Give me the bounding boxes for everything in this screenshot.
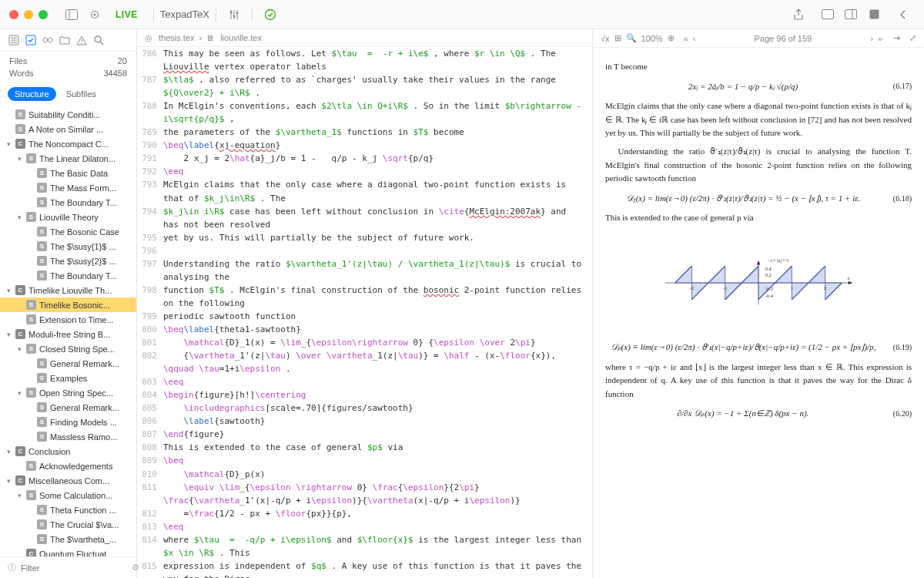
typeset-success-icon[interactable] [263, 8, 277, 22]
layout-split-icon[interactable] [844, 8, 858, 22]
outline-item[interactable]: SThe $\susy{1}$ ... [0, 239, 136, 254]
outline-item[interactable]: STimelike Bosonic... [0, 297, 136, 312]
engine-label[interactable]: TexpadTeX [160, 8, 209, 20]
sidebar-filter: ⓕ ⚙ [0, 556, 136, 578]
svg-line-23 [100, 42, 103, 45]
nav-last-icon[interactable]: » [878, 34, 882, 43]
nav-first-icon[interactable]: « [684, 34, 688, 43]
infinity-icon[interactable] [42, 34, 54, 46]
outline-item[interactable]: SExamples [0, 371, 136, 385]
equation: ∂/∂x 𝒟ₚ(x) = −1 + Σ(n∈ℤ) δ(px − n). [605, 407, 881, 421]
outline-item[interactable]: SThe Boundary T... [0, 268, 136, 283]
svg-point-7 [230, 11, 233, 13]
divider [153, 8, 154, 22]
outline-item[interactable]: ▾CMiscellaneous Com... [0, 473, 136, 488]
share-icon[interactable] [792, 8, 805, 22]
outline-item[interactable]: ▾CConclusion [0, 444, 136, 459]
editor-pane: ◎ thesis.tex › 🗎 liouville.tex 786This m… [137, 29, 593, 578]
outline-item[interactable]: ▾CThe Noncompact C... [0, 136, 136, 151]
target-icon[interactable]: ◎ [145, 33, 154, 42]
warning-icon[interactable] [75, 34, 88, 46]
outline-item[interactable]: SThe $\susy{2}$ ... [0, 254, 136, 268]
equation: 𝒟₁(x) = lim(ε→0) (ε/2π) · ϑ′₁(z|τ)/ϑ₁(z|… [605, 192, 881, 206]
outline-item[interactable]: SSuitability Conditi... [0, 107, 136, 122]
breadcrumb-file[interactable]: liouville.tex [220, 33, 262, 42]
outline-item[interactable]: STheta Function ... [0, 502, 136, 517]
outline-item[interactable]: ▾SThe Linear Dilaton... [0, 151, 136, 166]
outline-item[interactable]: SThe Bosonic Case [0, 224, 136, 239]
titlebar: LIVE TexpadTeX [0, 0, 924, 29]
outline-item[interactable]: ▾SClosed String Spe... [0, 341, 136, 356]
export-icon[interactable]: ⇥ [893, 33, 900, 43]
expand-icon[interactable]: ⤢ [909, 33, 916, 43]
search-icon[interactable] [92, 34, 105, 46]
zoom-window-button[interactable] [38, 10, 48, 19]
outline-tree[interactable]: SSuitability Conditi...SA Note on Simila… [0, 106, 136, 556]
tab-structure[interactable]: Structure [8, 87, 56, 101]
chevron-left-icon[interactable] [896, 8, 910, 22]
outline-item[interactable]: SThe Crucial $\va... [0, 517, 136, 532]
svg-text:2: 2 [824, 285, 826, 291]
zoom-value: 100% [641, 34, 663, 43]
breadcrumb-root[interactable]: thesis.tex [159, 33, 194, 42]
preview-text: where τ = −q/p + iε and ⌊x⌋ is the large… [605, 361, 912, 402]
check-icon[interactable] [25, 34, 37, 46]
outline-item[interactable]: SGeneral Remark... [0, 400, 136, 415]
layout-single-icon[interactable] [821, 8, 835, 22]
outline-item[interactable]: SFinding Models ... [0, 415, 136, 429]
words-value: 34458 [103, 69, 127, 78]
svg-text:0.4: 0.4 [765, 265, 772, 271]
filter-input[interactable] [21, 563, 127, 573]
preview-text: Understanding the ratio ϑ′₁(z|τ)/ϑ₁(z|τ)… [605, 145, 912, 186]
sqrt-icon[interactable]: √x [601, 34, 610, 43]
sidebar-stats: Files20 Words34458 [0, 52, 136, 82]
zoom-reset-icon[interactable]: ⊕ [668, 33, 675, 43]
outline-item[interactable]: ▾CModuli-free String B... [0, 327, 136, 341]
svg-rect-0 [66, 9, 78, 19]
window-controls [9, 10, 48, 19]
preview-content[interactable]: in T become 2xⱼ = 2âⱼ/b = 1 − q/p − kⱼ √… [593, 48, 924, 578]
outline-item[interactable]: SGeneral Remark... [0, 356, 136, 371]
svg-text:x: x [847, 275, 850, 281]
outline-item[interactable]: SThe Boundary T... [0, 195, 136, 210]
svg-point-8 [233, 15, 236, 17]
page-info: Page 96 of 159 [755, 34, 812, 43]
layout-preview-icon[interactable] [867, 8, 881, 22]
grid-icon[interactable]: ⊞ [614, 33, 621, 43]
preview-text: in T become [605, 60, 912, 74]
file-icon: 🗎 [206, 33, 216, 42]
code-editor[interactable]: 786This may be seen as follows. Let $\ta… [137, 47, 592, 578]
outline-item[interactable]: SThe Mass Form... [0, 180, 136, 195]
outline-item[interactable]: SThe Basic Data [0, 166, 136, 180]
outline-icon[interactable] [8, 34, 20, 46]
gear-icon[interactable] [88, 8, 102, 22]
folder-icon[interactable] [59, 34, 71, 46]
outline-item[interactable]: ▾SSome Calculation... [0, 488, 136, 502]
outline-item[interactable]: SA Note on Similar ... [0, 122, 136, 136]
svg-rect-11 [822, 10, 834, 19]
outline-item[interactable]: SThe $\vartheta_... [0, 532, 136, 546]
outline-item[interactable]: ▾SOpen String Spec... [0, 385, 136, 400]
divider [252, 8, 253, 22]
svg-rect-14 [869, 10, 879, 19]
sliders-icon[interactable] [227, 8, 241, 22]
outline-item[interactable]: SAcknowledgements [0, 459, 136, 473]
preview-text: This is extended to the case of general … [605, 211, 912, 225]
filter-icon: ⓕ [8, 562, 16, 573]
svg-rect-19 [26, 35, 35, 45]
sidebar-toggle-icon[interactable] [65, 8, 79, 22]
outline-item[interactable]: ▾SLiouville Theory [0, 210, 136, 224]
nav-next-icon[interactable]: › [870, 34, 873, 43]
sidebar-toolbar [0, 29, 136, 52]
nav-prev-icon[interactable]: ‹ [693, 34, 696, 43]
tab-subfiles[interactable]: Subfiles [59, 87, 103, 101]
outline-item[interactable]: CQuantum Fluctuat [0, 546, 136, 556]
sidebar: Files20 Words34458 Structure Subfiles SS… [0, 29, 137, 578]
outline-item[interactable]: SExtension to Time... [0, 312, 136, 327]
outline-item[interactable]: SMassless Ramo... [0, 429, 136, 444]
minimize-window-button[interactable] [24, 10, 33, 19]
zoom-icon[interactable]: 🔍 [626, 33, 637, 43]
equation-number: (6.17) [881, 80, 912, 92]
outline-item[interactable]: ▾CTimelike Liouville Th... [0, 283, 136, 297]
close-window-button[interactable] [9, 10, 18, 19]
